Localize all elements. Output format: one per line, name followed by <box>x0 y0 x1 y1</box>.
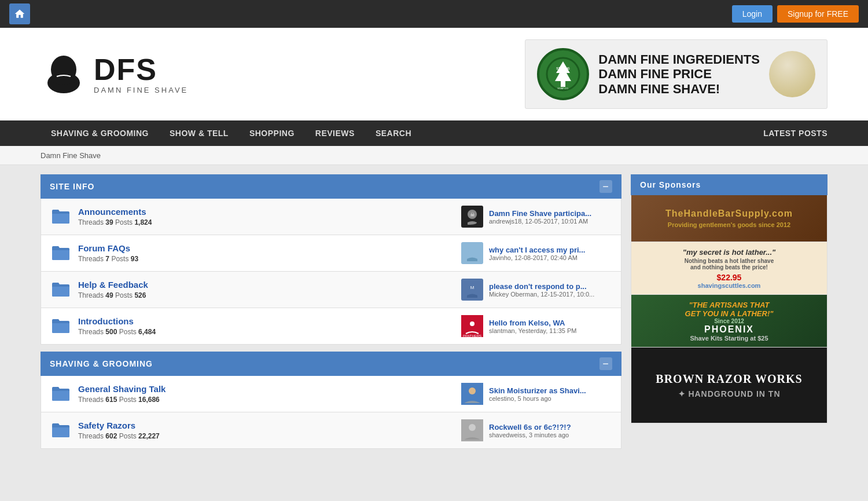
last-post-meta-safety-razors: shavedweiss, 3 minutes ago <box>489 431 571 438</box>
last-post-meta-introductions: slantman, Yesterday, 11:35 PM <box>489 327 576 334</box>
forum-name-general-shaving[interactable]: General Shaving Talk <box>78 384 454 394</box>
svg-text:PANTHERS: PANTHERS <box>463 334 481 337</box>
avatar-announcements: ☠ <box>461 206 483 228</box>
forum-name-introductions[interactable]: Introductions <box>78 316 454 326</box>
site-info-toggle[interactable]: − <box>599 180 612 193</box>
pirate-avatar-icon: ☠ <box>464 209 480 225</box>
banner-line3: DAMN FINE SHAVE! <box>598 82 760 96</box>
forum-last-safety-razors: Rockwell 6s or 6c?!?!? shavedweiss, 3 mi… <box>461 419 612 441</box>
sponsors-header: Our Sponsors <box>631 174 827 195</box>
folder-icon-faqs <box>50 243 71 264</box>
logo-text: DFS DAMN FINE SHAVE <box>94 54 188 94</box>
stirling-tree-icon: STIRLING SOAP CO. <box>546 57 580 92</box>
avatar-introductions: PANTHERS <box>461 315 483 337</box>
sponsor-brown-razor-works[interactable]: BROWN RAZOR WORKS ✦ HANDGROUND IN TN <box>631 348 827 423</box>
nav-bar: SHAVING & GROOMING SHOW & TELL SHOPPING … <box>0 120 868 146</box>
last-post-meta-general-shaving: celestino, 5 hours ago <box>489 395 586 402</box>
home-icon <box>14 8 25 20</box>
auth-actions: Login Signup for FREE <box>732 5 859 23</box>
shaving-grooming-label: SHAVING & GROOMING <box>50 359 153 368</box>
last-post-title-help[interactable]: please don't respond to p... <box>489 282 594 291</box>
svg-text:STIRLING: STIRLING <box>557 67 570 70</box>
last-post-title-safety-razors[interactable]: Rockwell 6s or 6c?!?!? <box>489 423 571 431</box>
avatar-general-shaving <box>461 383 483 405</box>
sponsor-phoenix-image: "THE ARTISANS THAT GET YOU IN A LATHER!"… <box>631 295 827 347</box>
forum-row-announcements: Announcements Threads 39 Posts 1,824 ☠ D… <box>41 199 621 235</box>
last-post-title-announcements[interactable]: Damn Fine Shave participa... <box>489 209 591 218</box>
sponsor-shaving-scuttles[interactable]: "my secret is hot lather..." Nothing bea… <box>631 242 827 295</box>
shaving-grooming-toggle[interactable]: − <box>599 357 612 370</box>
avatar-help-icon: M <box>464 281 480 298</box>
forum-info-help: Help & Feedback Threads 49 Posts 526 <box>78 280 454 299</box>
sponsor-handlebar-supply[interactable]: TheHandleBarSupply.com Providing gentlem… <box>631 195 827 242</box>
forum-row-safety-razors: Safety Razors Threads 602 Posts 22,227 R… <box>41 412 621 449</box>
nav-show-tell[interactable]: SHOW & TELL <box>159 120 239 146</box>
breadcrumb[interactable]: Damn Fine Shave <box>41 151 101 160</box>
svg-text:SOAP CO.: SOAP CO. <box>558 87 569 90</box>
sponsor-scuttles-image: "my secret is hot lather..." Nothing bea… <box>631 242 827 294</box>
forum-info-introductions: Introductions Threads 500 Posts 6,484 <box>78 316 454 336</box>
nav-shopping[interactable]: SHOPPING <box>239 120 305 146</box>
forum-list: SITE INFO − Announcements Threads 39 Pos… <box>41 174 621 449</box>
forum-stats-introductions: Threads 500 Posts 6,484 <box>78 328 454 336</box>
avatar-faqs <box>461 242 483 264</box>
forum-info-announcements: Announcements Threads 39 Posts 1,824 <box>78 207 454 226</box>
main-content: SITE INFO − Announcements Threads 39 Pos… <box>0 165 868 458</box>
folder-icon-announcements <box>50 206 71 227</box>
banner-text: DAMN FINE INGREDIENTS DAMN FINE PRICE DA… <box>598 52 760 96</box>
nav-latest-posts[interactable]: LATEST POSTS <box>763 129 827 138</box>
login-button[interactable]: Login <box>732 5 773 23</box>
forum-row-introductions: Introductions Threads 500 Posts 6,484 PA… <box>41 308 621 345</box>
folder-icon-help <box>50 279 71 300</box>
svg-point-11 <box>470 321 475 326</box>
signup-button[interactable]: Signup for FREE <box>777 5 859 23</box>
dfs-logo-icon <box>41 51 87 97</box>
sponsor-phoenix-artisan[interactable]: "THE ARTISANS THAT GET YOU IN A LATHER!"… <box>631 295 827 348</box>
sponsor-banner[interactable]: STIRLING SOAP CO. DAMN FINE INGREDIENTS … <box>525 39 827 109</box>
avatar-faqs-icon <box>464 245 480 261</box>
forum-name-help[interactable]: Help & Feedback <box>78 280 454 290</box>
stirling-logo: STIRLING SOAP CO. <box>537 48 589 100</box>
forum-row-faqs: Forum FAQs Threads 7 Posts 93 why can't … <box>41 235 621 272</box>
top-bar: Login Signup for FREE <box>0 0 868 28</box>
breadcrumb-bar: Damn Fine Shave <box>0 146 868 165</box>
last-post-meta-announcements: andrewjs18, 12-05-2017, 10:01 AM <box>489 218 591 225</box>
svg-text:☠: ☠ <box>470 211 475 218</box>
last-post-title-general-shaving[interactable]: Skin Moisturizer as Shavi... <box>489 386 586 395</box>
last-post-title-faqs[interactable]: why can't I access my pri... <box>489 246 585 254</box>
forum-stats-announcements: Threads 39 Posts 1,824 <box>78 218 454 226</box>
logo-dfs: DFS <box>94 54 188 85</box>
nav-shaving-grooming[interactable]: SHAVING & GROOMING <box>41 120 159 146</box>
forum-name-announcements[interactable]: Announcements <box>78 207 454 217</box>
sponsor-handlebar-image: TheHandleBarSupply.com Providing gentlem… <box>631 195 827 242</box>
home-button[interactable] <box>9 3 30 24</box>
site-info-label: SITE INFO <box>50 182 94 191</box>
last-post-title-introductions[interactable]: Hello from Kelso, WA <box>489 319 576 327</box>
svg-point-7 <box>468 247 476 255</box>
last-post-faqs: why can't I access my pri... Javinho, 12… <box>489 246 585 261</box>
forum-name-safety-razors[interactable]: Safety Razors <box>78 420 454 430</box>
forum-info-safety-razors: Safety Razors Threads 602 Posts 22,227 <box>78 420 454 440</box>
svg-point-14 <box>469 387 476 394</box>
banner-line1: DAMN FINE INGREDIENTS <box>598 52 760 67</box>
nav-search[interactable]: SEARCH <box>365 120 422 146</box>
forum-stats-general-shaving: Threads 615 Posts 16,686 <box>78 396 454 404</box>
forum-name-faqs[interactable]: Forum FAQs <box>78 243 454 253</box>
forum-last-introductions: PANTHERS Hello from Kelso, WA slantman, … <box>461 315 612 337</box>
shaving-grooming-header: SHAVING & GROOMING − <box>41 352 621 376</box>
logo-tagline: DAMN FINE SHAVE <box>94 86 188 94</box>
forum-last-announcements: ☠ Damn Fine Shave participa... andrewjs1… <box>461 206 612 228</box>
nav-reviews[interactable]: REVIEWS <box>305 120 365 146</box>
last-post-general-shaving: Skin Moisturizer as Shavi... celestino, … <box>489 386 586 402</box>
folder-icon-safety-razors <box>50 420 71 441</box>
forum-info-general-shaving: General Shaving Talk Threads 615 Posts 1… <box>78 384 454 404</box>
soap-product-image <box>769 51 815 97</box>
last-post-meta-help: Mickey Oberman, 12-15-2017, 10:0... <box>489 291 594 298</box>
nav-links: SHAVING & GROOMING SHOW & TELL SHOPPING … <box>41 120 422 146</box>
folder-icon-introductions <box>50 316 71 337</box>
last-post-introductions: Hello from Kelso, WA slantman, Yesterday… <box>489 319 576 334</box>
forum-stats-help: Threads 49 Posts 526 <box>78 291 454 299</box>
folder-icon-general-shaving <box>50 383 71 404</box>
site-logo: DFS DAMN FINE SHAVE <box>41 51 188 97</box>
forum-last-help: M please don't respond to p... Mickey Ob… <box>461 279 612 301</box>
